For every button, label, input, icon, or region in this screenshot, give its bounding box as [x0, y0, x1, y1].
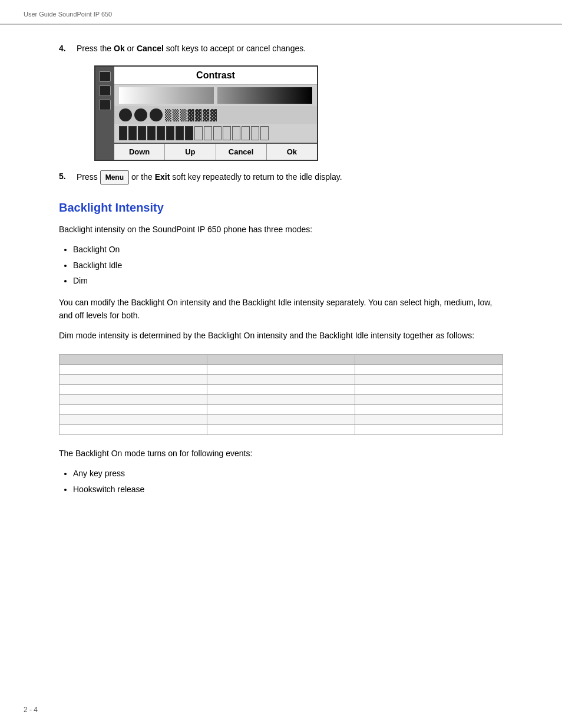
side-icon-3	[99, 100, 111, 110]
modes-list: Backlight On Backlight Idle Dim	[73, 243, 503, 287]
mode-item-1: Backlight On	[73, 243, 503, 256]
mode-item-3: Dim	[73, 274, 503, 287]
cell	[59, 374, 207, 384]
event-item-1: Any key press	[73, 467, 503, 480]
cell	[207, 414, 355, 424]
section-heading: Backlight Intensity	[59, 201, 503, 215]
table-row	[59, 404, 503, 414]
bar-14	[242, 126, 250, 140]
bar-1	[119, 126, 127, 140]
cell	[59, 394, 207, 404]
cell	[355, 394, 503, 404]
intensity-table	[59, 354, 503, 435]
page-footer: 2 - 4	[24, 706, 38, 714]
circle-black-2	[134, 108, 147, 121]
table-row	[59, 394, 503, 404]
cell	[207, 404, 355, 414]
phone-screen-wrapper: Contrast ▒▒▒▓▓▓▓	[94, 65, 318, 161]
col-header-3	[355, 354, 503, 364]
bar-5	[157, 126, 165, 140]
softkey-ok[interactable]: Ok	[267, 144, 317, 160]
bar-16	[260, 126, 269, 140]
gradient-dark	[217, 87, 312, 104]
cell	[207, 364, 355, 374]
bar-8	[185, 126, 193, 140]
bar-3	[138, 126, 146, 140]
table-row	[59, 364, 503, 374]
phone-screen-inner: Contrast ▒▒▒▓▓▓▓	[114, 67, 317, 160]
bar-12	[223, 126, 231, 140]
table-row	[59, 384, 503, 394]
col-header-2	[207, 354, 355, 364]
cell	[59, 364, 207, 374]
bar-4	[147, 126, 156, 140]
cell	[59, 424, 207, 434]
table-row	[59, 374, 503, 384]
contrast-bars-row	[114, 124, 317, 143]
bar-10	[204, 126, 212, 140]
header-title: User Guide SoundPoint IP 650	[24, 11, 112, 18]
page-header: User Guide SoundPoint IP 650	[0, 0, 562, 24]
bar-13	[232, 126, 240, 140]
table-row	[59, 424, 503, 434]
cell	[355, 384, 503, 394]
circle-black-3	[150, 108, 163, 121]
contrast-gradient-row	[114, 85, 317, 106]
softkey-down[interactable]: Down	[114, 144, 165, 160]
table-row	[59, 414, 503, 424]
events-intro: The Backlight On mode turns on for follo…	[59, 447, 503, 460]
ok-bold: Ok	[114, 44, 125, 53]
step4-text: Press the Ok or Cancel soft keys to acce…	[77, 42, 306, 55]
step5-text: Press Menu or the Exit soft key repeated…	[77, 170, 342, 185]
cell	[59, 384, 207, 394]
bar-6	[166, 126, 174, 140]
cell	[207, 424, 355, 434]
circle-black-1	[119, 108, 132, 121]
pattern-chars: ▒▒▒▓▓▓▓	[165, 109, 218, 121]
cell	[355, 404, 503, 414]
side-icon-1	[99, 71, 111, 82]
step4-number: 4.	[59, 42, 71, 53]
events-list: Any key press Hookswitch release	[73, 467, 503, 496]
cell	[355, 374, 503, 384]
contrast-softkeys: Down Up Cancel Ok	[114, 143, 317, 160]
section-intro: Backlight intensity on the SoundPoint IP…	[59, 223, 503, 236]
cancel-bold: Cancel	[137, 44, 164, 53]
phone-side-icons	[95, 67, 114, 160]
page-content: 4. Press the Ok or Cancel soft keys to a…	[0, 25, 562, 528]
gradient-light	[119, 87, 214, 104]
step5-number: 5.	[59, 170, 71, 181]
side-icon-2	[99, 85, 111, 96]
event-item-2: Hookswitch release	[73, 483, 503, 496]
cell	[207, 394, 355, 404]
exit-bold: Exit	[155, 172, 170, 182]
bar-9	[194, 126, 203, 140]
mode-item-2: Backlight Idle	[73, 259, 503, 272]
col-header-1	[59, 354, 207, 364]
contrast-circles-row: ▒▒▒▓▓▓▓	[114, 106, 317, 124]
contrast-title: Contrast	[114, 67, 317, 85]
cell	[355, 424, 503, 434]
step4-row: 4. Press the Ok or Cancel soft keys to a…	[59, 42, 503, 55]
page-number: 2 - 4	[24, 706, 38, 714]
bar-2	[128, 126, 137, 140]
cell	[207, 374, 355, 384]
backlight-section: Backlight Intensity Backlight intensity …	[59, 201, 503, 496]
cell	[207, 384, 355, 394]
softkey-up[interactable]: Up	[165, 144, 216, 160]
section-para2: Dim mode intensity is determined by the …	[59, 329, 503, 342]
cell	[355, 364, 503, 374]
softkey-cancel[interactable]: Cancel	[216, 144, 267, 160]
bar-15	[251, 126, 259, 140]
step5-row: 5. Press Menu or the Exit soft key repea…	[59, 170, 503, 185]
bar-11	[213, 126, 222, 140]
step4-block: 4. Press the Ok or Cancel soft keys to a…	[59, 42, 503, 185]
section-para1: You can modify the Backlight On intensit…	[59, 296, 503, 322]
cell	[59, 414, 207, 424]
cell	[59, 404, 207, 414]
contrast-screen: Contrast ▒▒▒▓▓▓▓	[94, 65, 503, 161]
bar-7	[176, 126, 184, 140]
menu-key-box: Menu	[100, 170, 129, 185]
table-header-row	[59, 354, 503, 364]
cell	[355, 414, 503, 424]
